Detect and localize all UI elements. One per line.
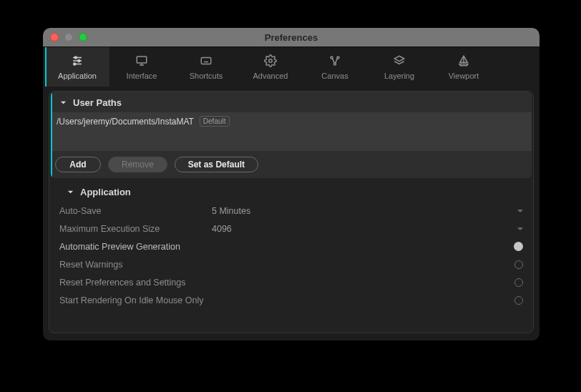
max-exec-size-row: Maximum Execution Size 4096 <box>58 220 524 237</box>
auto-save-label: Auto-Save <box>58 206 212 216</box>
application-settings-header[interactable]: Application <box>58 180 524 202</box>
idle-mouse-render-row: Start Rendering On Idle Mouse Only <box>58 291 524 309</box>
svg-rect-6 <box>137 57 147 63</box>
svg-rect-9 <box>201 57 211 64</box>
gear-icon <box>264 54 277 69</box>
window-title: Preferences <box>43 32 540 43</box>
add-button[interactable]: Add <box>55 157 101 172</box>
tab-label: Shortcuts <box>190 72 223 80</box>
tab-label: Viewport <box>449 72 479 80</box>
svg-point-14 <box>269 59 273 62</box>
idle-mouse-render-label: Start Rendering On Idle Mouse Only <box>58 295 212 305</box>
reset-prefs-row: Reset Preferences and Settings <box>58 273 524 291</box>
set-default-button[interactable]: Set as Default <box>175 157 258 172</box>
reset-prefs-action[interactable] <box>514 278 523 287</box>
tab-label: Interface <box>127 72 157 80</box>
tab-label: Layering <box>384 72 414 80</box>
dropdown-caret-icon[interactable] <box>517 210 523 212</box>
monitor-icon <box>135 54 148 69</box>
tab-shortcuts[interactable]: Shortcuts <box>174 47 238 87</box>
svg-point-15 <box>331 57 333 59</box>
tab-advanced[interactable]: Advanced <box>238 47 303 87</box>
svg-point-16 <box>337 57 339 59</box>
reset-warnings-row: Reset Warnings <box>58 255 524 273</box>
layers-icon <box>393 54 406 69</box>
auto-save-value[interactable]: 5 Minutes <box>212 206 507 216</box>
preferences-window: Preferences Application Interface <box>43 28 540 340</box>
svg-point-17 <box>334 63 336 65</box>
reset-warnings-action[interactable] <box>514 260 523 269</box>
titlebar[interactable]: Preferences <box>43 28 540 46</box>
chevron-down-icon <box>59 99 67 107</box>
tab-viewport[interactable]: Viewport <box>431 47 496 87</box>
chevron-down-icon <box>67 188 74 196</box>
svg-point-3 <box>78 59 80 62</box>
section-title: User Paths <box>73 97 122 108</box>
application-panel: User Paths /Users/jeremy/Documents/Insta… <box>49 91 534 333</box>
svg-point-5 <box>74 63 76 65</box>
max-exec-size-value[interactable]: 4096 <box>212 224 507 234</box>
auto-preview-row: Automatic Preview Generation <box>58 237 524 255</box>
idle-mouse-render-toggle[interactable] <box>514 296 523 305</box>
user-path-text: /Users/jeremy/Documents/InstaMAT <box>57 117 194 127</box>
tab-layering[interactable]: Layering <box>367 47 431 87</box>
svg-marker-18 <box>394 56 404 62</box>
sliders-icon <box>71 54 84 69</box>
user-paths-header[interactable]: User Paths <box>51 92 532 112</box>
tab-label: Canvas <box>321 72 348 80</box>
reset-prefs-label: Reset Preferences and Settings <box>58 278 212 288</box>
user-path-row[interactable]: /Users/jeremy/Documents/InstaMAT Default <box>57 115 526 127</box>
tab-application[interactable]: Application <box>45 47 109 87</box>
keyboard-icon <box>200 54 213 69</box>
application-settings-section: Application Auto-Save 5 Minutes Maximum … <box>51 180 532 309</box>
sailboat-icon <box>457 54 470 69</box>
auto-preview-toggle[interactable] <box>514 242 523 251</box>
user-paths-section: User Paths /Users/jeremy/Documents/Insta… <box>51 92 532 178</box>
preferences-body: User Paths /Users/jeremy/Documents/Insta… <box>43 87 540 340</box>
auto-save-row: Auto-Save 5 Minutes <box>58 202 524 220</box>
tab-interface[interactable]: Interface <box>109 47 174 87</box>
svg-point-1 <box>74 57 77 59</box>
auto-preview-label: Automatic Preview Generation <box>58 242 212 252</box>
user-paths-button-row: Add Remove Set as Default <box>51 151 532 172</box>
max-exec-size-label: Maximum Execution Size <box>58 224 212 234</box>
tab-label: Application <box>58 72 97 80</box>
tab-label: Advanced <box>253 72 288 80</box>
remove-button[interactable]: Remove <box>108 157 167 172</box>
node-icon <box>328 54 341 69</box>
preferences-tabbar: Application Interface Shortcuts <box>43 46 540 87</box>
section-title: Application <box>80 187 131 197</box>
dropdown-caret-icon[interactable] <box>517 227 523 230</box>
tab-canvas[interactable]: Canvas <box>303 47 367 87</box>
default-badge: Default <box>200 116 230 127</box>
user-paths-list[interactable]: /Users/jeremy/Documents/InstaMAT Default <box>51 112 532 151</box>
reset-warnings-label: Reset Warnings <box>58 260 212 270</box>
